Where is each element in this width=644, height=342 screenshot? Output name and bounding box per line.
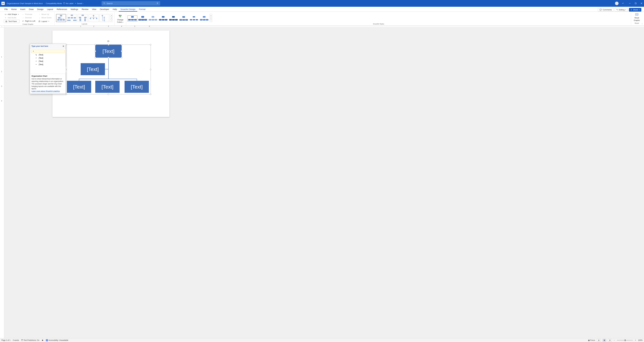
gallery-down-button[interactable]: ▾ — [210, 17, 212, 19]
rtl-button[interactable]: ↩Right to Left — [21, 20, 36, 23]
add-shape-button[interactable]: ▭Add Shape▾ — [4, 13, 20, 16]
comments-button[interactable]: 💬Comments — [598, 8, 614, 12]
text-pane-body[interactable]: • ↳[Text] •[Text] •[Text] •[Text] — [30, 49, 66, 74]
print-layout-button[interactable]: ▦ — [602, 339, 606, 341]
tab-help[interactable]: Help — [111, 7, 119, 12]
text-pane-item[interactable]: ↳[Text] — [31, 53, 64, 56]
page-indicator[interactable]: Page 1 of 1 — [2, 339, 10, 341]
text-pane-item[interactable]: •[Text] — [31, 56, 64, 60]
gallery-up-button[interactable]: ▴ — [210, 14, 212, 17]
reset-graphic-button[interactable]: Reset Graphic — [632, 12, 641, 22]
page[interactable]: ⟳ ▸ [Text] — [52, 31, 170, 117]
org-node-child-3[interactable]: [Text] — [124, 81, 149, 93]
gallery-up-button[interactable]: ▴ — [110, 14, 113, 17]
share-button[interactable]: ⇪Share▾ — [629, 8, 641, 12]
sensitivity-label[interactable]: No Label — [63, 2, 73, 5]
collapse-ribbon-button[interactable]: ⌄ — [642, 23, 643, 25]
vertical-ruler[interactable]: 1 2 3 4 — [0, 28, 4, 338]
shape-handle[interactable] — [121, 57, 122, 58]
style-option-7[interactable] — [189, 16, 199, 21]
style-option-1[interactable] — [128, 16, 137, 21]
style-option-5[interactable] — [168, 16, 178, 21]
learn-more-link[interactable]: Learn more about SmartArt graphics — [32, 90, 60, 92]
style-option-4[interactable] — [158, 16, 168, 21]
focus-mode-button[interactable]: ▣Focus — [588, 339, 595, 341]
save-status[interactable]: Saved ⌄ — [74, 2, 84, 5]
smartart-text-pane[interactable]: Type your text here ✕ • ↳[Text] •[Text] … — [30, 44, 66, 94]
style-option-2[interactable] — [138, 16, 148, 21]
org-node-top[interactable]: [Text] — [95, 45, 122, 58]
user-avatar[interactable] — [615, 2, 618, 5]
org-node-child-2[interactable]: [Text] — [95, 81, 120, 93]
document-canvas[interactable]: ⟳ ▸ [Text] — [4, 28, 644, 338]
macro-record-button[interactable]: ⏺ — [42, 339, 44, 341]
shape-handle[interactable] — [121, 50, 122, 52]
tab-view[interactable]: View — [90, 7, 98, 12]
resize-handle-r[interactable] — [150, 69, 151, 70]
change-colors-button[interactable]: Change Colors ▾ — [116, 14, 124, 24]
gallery-more-button[interactable]: ▿ — [210, 20, 212, 22]
style-option-6[interactable] — [179, 16, 188, 21]
text-pane-item[interactable]: •[Text] — [31, 63, 64, 66]
search-input[interactable] — [106, 2, 155, 5]
style-option-8[interactable] — [199, 16, 209, 21]
minimize-button[interactable] — [629, 3, 631, 4]
tab-insert[interactable]: Insert — [18, 7, 27, 12]
text-pane-item[interactable]: • — [31, 50, 64, 53]
zoom-thumb[interactable] — [625, 339, 626, 341]
zoom-out-button[interactable]: − — [614, 339, 615, 341]
org-node-child-1[interactable]: [Text] — [67, 81, 91, 93]
horizontal-ruler[interactable]: 1 2 3 4 5 6 — [4, 26, 644, 28]
layout-option-2[interactable] — [67, 14, 77, 22]
tab-draw[interactable]: Draw — [27, 7, 36, 12]
shape-handle[interactable] — [94, 44, 96, 46]
shape-handle[interactable] — [108, 44, 109, 46]
zoom-slider[interactable] — [617, 340, 633, 340]
text-pane-button[interactable]: ▤Text Pane — [4, 20, 20, 23]
read-mode-button[interactable]: ▤ — [597, 339, 600, 341]
org-node-assistant[interactable]: [Text] — [81, 63, 105, 75]
layout-option-4[interactable] — [88, 14, 98, 22]
resize-handle-br[interactable] — [150, 94, 151, 95]
accessibility-status[interactable]: ♿Accessibility: Unavailable — [46, 339, 68, 341]
shape-handle[interactable] — [121, 44, 122, 46]
word-count[interactable]: 0 words — [13, 339, 19, 341]
tab-layout[interactable]: Layout — [45, 7, 55, 12]
microphone-icon[interactable] — [156, 2, 158, 5]
document-title-area[interactable]: Organizational Chart Sample in Word.docx… — [7, 2, 84, 5]
layout-button[interactable]: 品Layout▾ — [38, 20, 52, 23]
tab-home[interactable]: Home — [10, 7, 18, 12]
close-button[interactable] — [640, 3, 642, 4]
tab-references[interactable]: References — [55, 7, 69, 12]
smartart-graphic[interactable]: ⟳ ▸ [Text] — [66, 45, 151, 94]
coming-soon-icon[interactable] — [622, 2, 624, 5]
tab-smartart-design[interactable]: SmartArt Design — [119, 7, 137, 12]
close-icon[interactable]: ✕ — [62, 45, 64, 47]
tab-mailings[interactable]: Mailings — [69, 7, 80, 12]
tab-design[interactable]: Design — [36, 7, 45, 12]
maximize-button[interactable] — [635, 3, 637, 4]
tab-developer[interactable]: Developer — [98, 7, 111, 12]
editing-mode-button[interactable]: ✎Editing▾ — [615, 8, 628, 12]
layout-option-3[interactable] — [78, 14, 88, 22]
text-pane-item[interactable]: •[Text] — [31, 60, 64, 63]
zoom-in-button[interactable]: + — [635, 339, 636, 341]
layout-option-5[interactable] — [100, 14, 109, 22]
resize-handle-tr[interactable] — [150, 44, 151, 46]
gallery-down-button[interactable]: ▾ — [110, 17, 113, 19]
gallery-more-button[interactable]: ▿ — [110, 20, 113, 22]
text-predictions-status[interactable]: 🗔Text Predictions: On — [21, 339, 39, 341]
layout-option-1[interactable] — [56, 14, 66, 22]
search-box[interactable] — [102, 1, 160, 6]
resize-handle-b[interactable] — [108, 94, 109, 95]
style-option-3[interactable] — [148, 16, 158, 21]
rotate-handle[interactable]: ⟳ — [107, 40, 110, 43]
tab-file[interactable]: File — [3, 7, 10, 12]
shape-handle[interactable] — [94, 50, 96, 52]
tab-format[interactable]: Format — [137, 7, 147, 12]
zoom-level[interactable]: 100% — [638, 339, 642, 341]
tab-review[interactable]: Review — [80, 7, 90, 12]
shape-handle[interactable] — [94, 57, 96, 58]
web-layout-button[interactable]: ▥ — [608, 339, 612, 341]
shape-handle[interactable] — [108, 57, 109, 58]
